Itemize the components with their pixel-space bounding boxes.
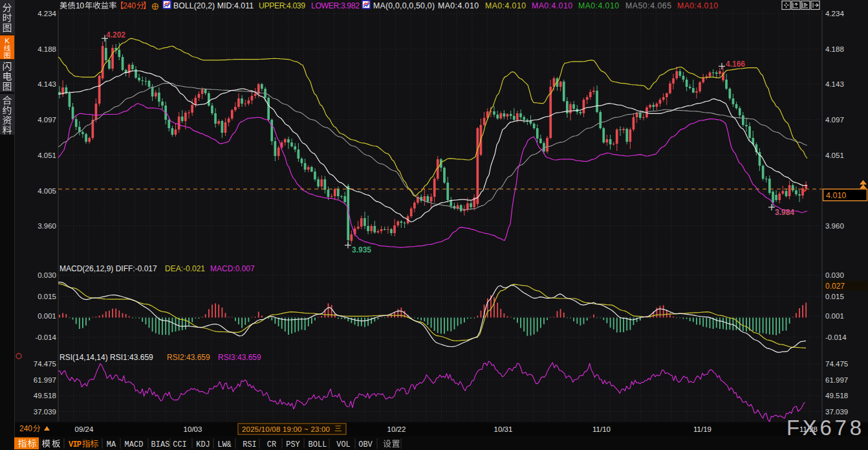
svg-text:MA0:4.010: MA0:4.010: [532, 1, 572, 10]
svg-text:DEA:-0.021: DEA:-0.021: [165, 264, 205, 273]
svg-text:MA50:4.065: MA50:4.065: [625, 1, 671, 10]
svg-text:-0.014: -0.014: [35, 333, 56, 341]
svg-text:10/03: 10/03: [184, 425, 202, 433]
svg-text:MA(0,0,0,0,50,0): MA(0,0,0,0,50,0): [373, 1, 435, 10]
svg-text:09/24: 09/24: [75, 425, 94, 433]
svg-text:VIP: VIP: [69, 440, 81, 449]
svg-text:4.166: 4.166: [726, 60, 745, 69]
svg-text:240: 240: [123, 1, 136, 10]
svg-text:74.475: 74.475: [34, 360, 56, 368]
svg-text:4.143: 4.143: [38, 80, 56, 88]
svg-text:3.960: 3.960: [825, 222, 844, 230]
svg-text:OBV: OBV: [358, 440, 373, 449]
svg-text:49.518: 49.518: [34, 392, 56, 399]
svg-text:MA0:4.010: MA0:4.010: [578, 1, 619, 10]
svg-text:61.997: 61.997: [34, 376, 56, 384]
svg-text:PSY: PSY: [286, 440, 300, 449]
svg-text:4.051: 4.051: [825, 152, 844, 159]
svg-text:BIAS: BIAS: [151, 440, 170, 449]
svg-text:KDJ: KDJ: [196, 440, 210, 449]
svg-text:4.143: 4.143: [825, 80, 844, 88]
svg-text:10/31: 10/31: [494, 425, 513, 433]
svg-text:RSI(14,14,14) RSI1:43.659: RSI(14,14,14) RSI1:43.659: [60, 353, 153, 362]
svg-text:CCI: CCI: [173, 440, 187, 449]
svg-text:4.234: 4.234: [825, 10, 844, 17]
svg-text:K: K: [5, 37, 10, 45]
svg-text:UPPER:4.039: UPPER:4.039: [259, 1, 305, 10]
svg-text:LW&: LW&: [217, 440, 232, 449]
svg-text:61.997: 61.997: [825, 376, 848, 384]
svg-text:MACD: MACD: [125, 440, 144, 449]
svg-text:0.001: 0.001: [38, 312, 56, 320]
svg-text:RSI3:43.659: RSI3:43.659: [218, 353, 261, 362]
svg-text:MA: MA: [107, 440, 116, 449]
svg-text:4.202: 4.202: [106, 30, 125, 39]
svg-text:4.234: 4.234: [38, 10, 56, 17]
svg-text:37.039: 37.039: [34, 408, 56, 416]
svg-text:0.030: 0.030: [38, 271, 56, 279]
svg-text:0.027: 0.027: [825, 282, 845, 291]
svg-text:MA0:4.010: MA0:4.010: [438, 1, 479, 10]
svg-text:4.188: 4.188: [38, 45, 56, 53]
svg-text:MACD(26,12,9) DIFF:-0.017: MACD(26,12,9) DIFF:-0.017: [60, 264, 157, 273]
svg-text:MACD:0.007: MACD:0.007: [210, 264, 255, 273]
svg-text:LOWER:3.982: LOWER:3.982: [311, 1, 360, 10]
svg-text:4.051: 4.051: [38, 152, 56, 159]
svg-text:MA0:4.010: MA0:4.010: [677, 1, 718, 10]
svg-text:10: 10: [76, 1, 84, 10]
svg-text:VOL: VOL: [336, 440, 351, 449]
svg-text:FX678: FX678: [787, 416, 865, 440]
svg-text:0.001: 0.001: [825, 312, 844, 320]
svg-text:4.010: 4.010: [826, 191, 846, 200]
svg-text:CR: CR: [267, 440, 276, 449]
svg-text:4.188: 4.188: [825, 45, 844, 53]
svg-text:-0.014: -0.014: [825, 333, 847, 341]
svg-text:74.475: 74.475: [825, 360, 848, 368]
svg-text:2025/10/08 19:00 ~ 23:00: 2025/10/08 19:00 ~ 23:00: [242, 425, 330, 433]
svg-text:4.097: 4.097: [38, 116, 56, 124]
svg-text:4.005: 4.005: [38, 187, 56, 195]
svg-text:0.015: 0.015: [825, 293, 844, 300]
svg-text:RSI2:43.659: RSI2:43.659: [167, 353, 210, 362]
svg-text:49.518: 49.518: [825, 392, 848, 399]
svg-text:3.960: 3.960: [38, 222, 56, 230]
svg-text:10/22: 10/22: [387, 425, 406, 433]
svg-text:11/10: 11/10: [592, 425, 611, 433]
svg-text:37.039: 37.039: [825, 408, 848, 416]
svg-text:3.935: 3.935: [352, 245, 371, 254]
svg-text:4.097: 4.097: [825, 116, 844, 124]
svg-text:BOLL: BOLL: [309, 440, 327, 449]
svg-text:BOLL(20,2) MID:4.011: BOLL(20,2) MID:4.011: [173, 1, 254, 10]
svg-text:3.984: 3.984: [775, 208, 794, 217]
svg-text:240: 240: [19, 424, 32, 433]
svg-text:11/19: 11/19: [693, 425, 711, 433]
svg-text:0.030: 0.030: [825, 271, 844, 279]
svg-text:MA0:4.010: MA0:4.010: [485, 1, 526, 10]
svg-text:0.015: 0.015: [38, 293, 56, 300]
svg-text:RSI: RSI: [243, 440, 257, 449]
